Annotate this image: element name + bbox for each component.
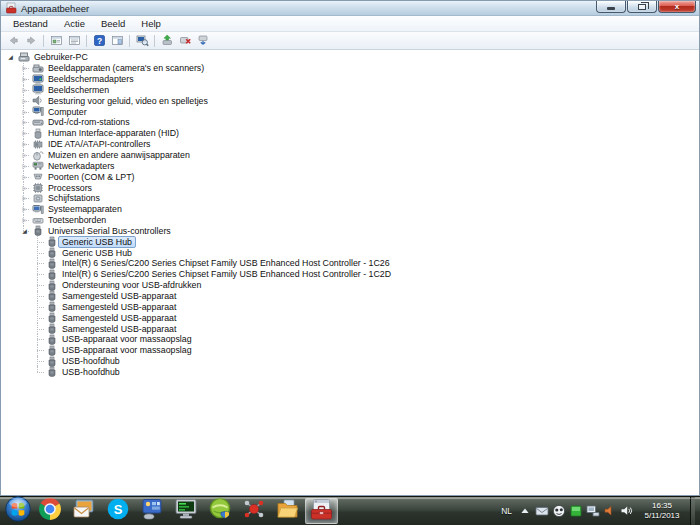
minimize-button[interactable] <box>596 1 626 13</box>
taskbar-app-security-globe[interactable] <box>203 498 236 524</box>
uninstall-device-button[interactable] <box>176 33 194 49</box>
show-console-tree-button[interactable] <box>47 33 65 49</box>
menu-bestand[interactable]: Bestand <box>5 16 56 31</box>
taskbar-app-chrome[interactable] <box>33 498 66 524</box>
back-button[interactable] <box>4 33 22 49</box>
taskbar-app-display-panel[interactable] <box>135 498 168 524</box>
title-bar[interactable]: Apparaatbeheer x <box>1 1 699 16</box>
expand-arrow-icon[interactable]: ▷ <box>18 85 31 95</box>
scan-hardware-changes-button[interactable] <box>133 33 151 49</box>
imaging-icon <box>31 63 44 74</box>
tree-item[interactable]: ▷Muizen en andere aanwijsapparaten <box>1 150 699 161</box>
svg-text:S: S <box>113 502 122 517</box>
tree-item[interactable]: ▷Beeldschermen <box>1 85 699 96</box>
tree-item[interactable]: ▷Beeldschermadapters <box>1 74 699 85</box>
expand-arrow-icon[interactable]: ▷ <box>18 150 31 160</box>
tree-item[interactable]: ▷Schijfstations <box>1 193 699 204</box>
taskbar-clock[interactable]: 16:35 5/11/2013 <box>637 501 687 522</box>
tree-item[interactable]: Intel(R) 6 Series/C200 Series Chipset Fa… <box>1 269 699 280</box>
tree-item[interactable]: ▷Computer <box>1 106 699 117</box>
expand-arrow-icon[interactable]: ▷ <box>18 139 31 149</box>
expand-arrow-icon[interactable]: ▷ <box>18 204 31 214</box>
tree-item[interactable]: Samengesteld USB-apparaat <box>1 291 699 302</box>
tree-item[interactable]: ▷Netwerkadapters <box>1 160 699 171</box>
collapse-arrow-icon[interactable]: ◢ <box>4 52 17 62</box>
tree-item[interactable]: USB-hoofdhub <box>1 366 699 377</box>
panda-disc-icon[interactable] <box>552 504 566 518</box>
expand-arrow-icon[interactable]: ▷ <box>18 117 31 127</box>
tree-item[interactable]: ▷Processors <box>1 182 699 193</box>
expand-arrow-icon[interactable]: ▷ <box>18 128 31 138</box>
help-button[interactable]: ? <box>90 33 108 49</box>
expand-arrow-icon[interactable]: ▷ <box>18 96 31 106</box>
tree-item[interactable]: Generic USB Hub <box>1 247 699 258</box>
taskbar-app-red-molecule[interactable] <box>237 498 270 524</box>
export-list-button[interactable] <box>65 33 83 49</box>
toolbar-separator <box>86 35 87 47</box>
tree-item[interactable]: ◢Gebruiker-PC <box>1 52 699 63</box>
taskbar-app-device-manager[interactable] <box>305 498 338 524</box>
tree-item[interactable]: Ondersteuning voor USB-afdrukken <box>1 280 699 291</box>
expand-arrow-icon[interactable]: ▷ <box>18 183 31 193</box>
taskbar-app-skype[interactable]: S <box>101 498 134 524</box>
expand-arrow-icon[interactable]: ▷ <box>18 215 31 225</box>
tree-item[interactable]: ▷Human Interface-apparaten (HID) <box>1 128 699 139</box>
green-status-icon[interactable] <box>569 504 583 518</box>
tree-item[interactable]: ▷Poorten (COM & LPT) <box>1 171 699 182</box>
tree-item[interactable]: Generic USB Hub <box>1 236 699 247</box>
tree-item[interactable]: Intel(R) 6 Series/C200 Series Chipset Fa… <box>1 258 699 269</box>
expand-arrow-icon[interactable]: ▷ <box>18 172 31 182</box>
taskbar-app-windows-explorer[interactable] <box>271 498 304 524</box>
tree-item[interactable]: USB-hoofdhub <box>1 356 699 367</box>
disc-drive-icon <box>31 117 44 128</box>
start-button[interactable] <box>2 497 33 525</box>
expand-arrow-icon[interactable]: ▷ <box>18 193 31 203</box>
collapse-arrow-icon[interactable]: ◢ <box>18 226 31 236</box>
forward-button[interactable] <box>22 33 40 49</box>
expand-arrow-icon[interactable]: ▷ <box>18 63 31 73</box>
mail-icon[interactable] <box>535 504 549 518</box>
tree-item[interactable]: Samengesteld USB-apparaat <box>1 301 699 312</box>
tree-item[interactable]: ▷Beeldapparaten (camera's en scanners) <box>1 63 699 74</box>
hidden-icons-icon[interactable] <box>518 504 532 518</box>
taskbar: S NL 16:35 5/11/2013 <box>0 496 700 525</box>
volume-icon[interactable] <box>620 504 634 518</box>
menu-help[interactable]: Help <box>133 16 169 31</box>
show-console-tree-icon <box>50 34 63 47</box>
tree-item[interactable]: ▷Systeemapparaten <box>1 204 699 215</box>
windows-live-mail-icon <box>72 497 96 525</box>
taskbar-apps: S <box>33 498 339 524</box>
tree-item[interactable]: USB-apparaat voor massaopslag <box>1 334 699 345</box>
tree-item[interactable]: ▷IDE ATA/ATAPI-controllers <box>1 139 699 150</box>
tree-item[interactable]: ▷Besturing voor geluid, video en spellet… <box>1 95 699 106</box>
expand-arrow-icon[interactable]: ▷ <box>18 74 31 84</box>
update-driver-button[interactable] <box>158 33 176 49</box>
taskbar-app-windows-live-mail[interactable] <box>67 498 100 524</box>
disable-device-button[interactable] <box>194 33 212 49</box>
usb-icon <box>45 345 58 356</box>
audio-icon <box>31 95 44 106</box>
hid-icon <box>31 128 44 139</box>
tree-item[interactable]: USB-apparaat voor massaopslag <box>1 345 699 356</box>
tree-item[interactable]: ▷Toetsenborden <box>1 215 699 226</box>
close-button[interactable]: x <box>658 1 696 13</box>
restore-button[interactable] <box>627 1 657 13</box>
network-devices-icon[interactable] <box>586 504 600 518</box>
tree-item[interactable]: Samengesteld USB-apparaat <box>1 323 699 334</box>
tree-item[interactable]: ▷Dvd-/cd-rom-stations <box>1 117 699 128</box>
language-indicator[interactable]: NL <box>498 506 515 516</box>
audio-mixer-icon[interactable] <box>603 504 617 518</box>
expand-arrow-icon[interactable]: ▷ <box>18 107 31 117</box>
usb-icon <box>45 312 58 323</box>
show-action-pane-button[interactable] <box>108 33 126 49</box>
chrome-icon <box>38 497 62 525</box>
taskbar-app-terminal-monitor[interactable] <box>169 498 202 524</box>
menu-beeld[interactable]: Beeld <box>93 16 133 31</box>
device-manager-window-icon <box>5 2 17 14</box>
menu-actie[interactable]: Actie <box>56 16 93 31</box>
expand-arrow-icon[interactable]: ▷ <box>18 161 31 171</box>
tree-item[interactable]: Samengesteld USB-apparaat <box>1 312 699 323</box>
tree-item[interactable]: ◢Universal Serial Bus-controllers <box>1 226 699 237</box>
show-desktop-button[interactable] <box>690 497 695 525</box>
red-molecule-icon <box>242 497 266 525</box>
